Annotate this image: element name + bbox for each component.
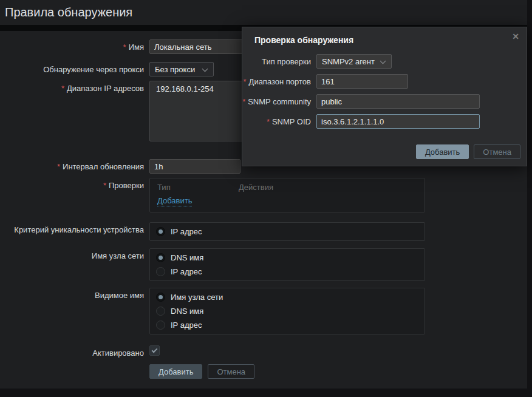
required-asterisk: * [123,42,126,52]
proxy-label: Обнаружение через прокси [0,62,144,74]
hostname-radio-group: DNS имя IP адрес [149,248,425,281]
required-asterisk: * [267,117,270,126]
radio-selected-icon[interactable] [156,293,165,302]
visible-name-radio-group: Имя узла сети DNS имя IP адрес [149,288,425,334]
required-asterisk: * [57,162,60,171]
snmp-community-input[interactable] [316,94,480,109]
checks-col-actions: Действия [239,183,273,192]
enabled-row: Активировано [0,345,527,358]
required-asterisk: * [242,97,245,106]
modal-add-button[interactable]: Добавить [416,144,469,159]
radio-option-dns-name[interactable]: DNS имя [156,307,418,316]
radio-unselected-icon[interactable] [156,321,165,330]
snmp-oid-input[interactable] [316,114,480,129]
snmp-oid-label: *SNMP OID [242,114,311,126]
name-label: *Имя [0,39,144,52]
check-type-select-value: SNMPv2 агент [322,57,375,66]
radio-option-ip-address[interactable]: IP адрес [156,267,418,276]
port-range-row: *Диапазон портов [242,74,527,89]
interval-label: *Интервал обновления [0,159,144,171]
checks-label: *Проверки [0,178,144,190]
uniqueness-radio-group: IP адрес [149,222,425,241]
snmp-community-label: *SNMP community [242,94,311,106]
proxy-select[interactable]: Без прокси [149,62,214,76]
radio-option-host-name[interactable]: Имя узла сети [156,293,418,302]
enabled-label: Активировано [0,345,144,358]
proxy-select-value: Без прокси [155,65,195,74]
checks-table-header: ТипДействия [157,183,417,192]
modal-cancel-button[interactable]: Отмена [474,144,520,159]
interval-input[interactable] [149,159,240,174]
checks-row: *Проверки ТипДействия Добавить [0,178,527,212]
checks-col-type: Тип [157,183,239,192]
radio-option-ip-address[interactable]: IP адрес [156,227,418,236]
modal-title: Проверка обнаружения [254,35,353,45]
page-header: Правила обнаружения [0,0,527,25]
cancel-button[interactable]: Отмена [208,364,254,379]
radio-selected-icon[interactable] [156,227,165,236]
check-type-row: Тип проверки SNMPv2 агент [242,54,527,69]
add-check-link[interactable]: Добавить [157,195,192,206]
hostname-label: Имя узла сети [0,248,144,260]
radio-option-ip-address[interactable]: IP адрес [156,321,418,330]
enabled-checkbox[interactable] [149,345,160,356]
check-type-label: Тип проверки [242,54,311,66]
radio-unselected-icon[interactable] [156,307,165,316]
discovery-check-modal: Проверка обнаружения ✕ Тип проверки SNMP… [242,27,527,166]
radio-option-dns-name[interactable]: DNS имя [156,253,418,262]
visible-name-label: Видимое имя [0,288,144,300]
snmp-community-row: *SNMP community [242,94,527,109]
radio-selected-icon[interactable] [156,253,165,262]
uniqueness-row: Критерий уникальности устройства IP адре… [0,222,527,241]
visible-name-row: Видимое имя Имя узла сети DNS имя IP адр… [0,288,527,334]
required-asterisk: * [244,77,247,86]
required-asterisk: * [103,181,106,190]
required-asterisk: * [61,84,64,93]
check-type-select[interactable]: SNMPv2 агент [316,54,392,69]
chevron-down-icon [202,66,208,72]
modal-footer: Добавить Отмена [242,134,527,159]
chevron-down-icon [380,58,386,64]
add-button[interactable]: Добавить [149,364,202,379]
port-range-label: *Диапазон портов [242,74,311,86]
page-title: Правила обнаружения [5,5,522,19]
radio-unselected-icon[interactable] [156,267,165,276]
form-footer: Добавить Отмена [149,364,527,379]
close-icon[interactable]: ✕ [512,32,519,41]
uniqueness-label: Критерий уникальности устройства [0,222,144,234]
snmp-oid-row: *SNMP OID [242,114,527,129]
modal-header: Проверка обнаружения ✕ [242,27,527,54]
ip-range-label: *Диапазон IP адресов [0,81,144,93]
checkmark-icon [152,347,158,353]
checks-table: ТипДействия Добавить [149,178,425,212]
hostname-row: Имя узла сети DNS имя IP адрес [0,248,527,281]
port-range-input[interactable] [316,74,408,89]
